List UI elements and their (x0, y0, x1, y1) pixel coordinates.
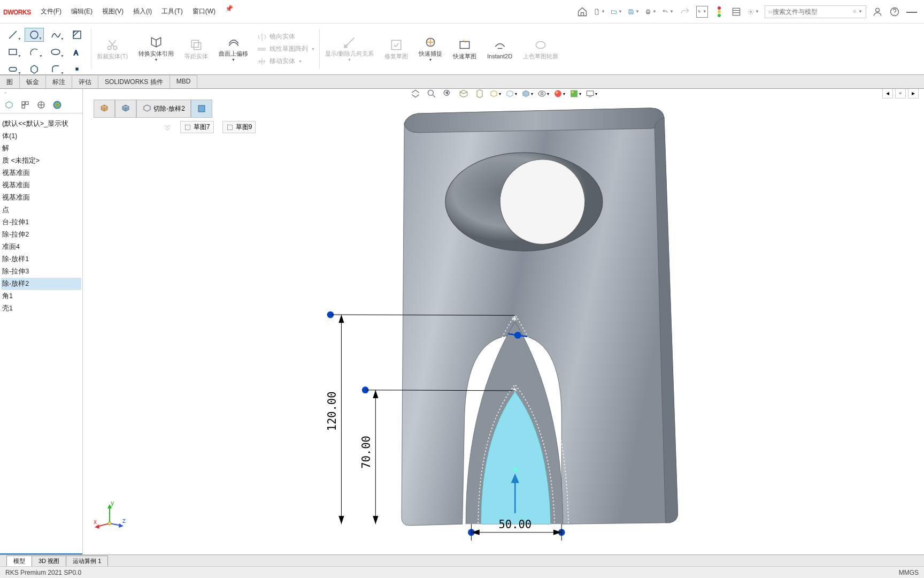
tree-body[interactable]: 体(1) (1, 130, 81, 142)
app-logo: DWORKS (0, 7, 37, 16)
feature-tree[interactable]: (默认<<默认>_显示状 体(1) 解 质 <未指定> 视基准面 视基准面 视基… (0, 113, 82, 319)
btab-motion[interactable]: 运动算例 1 (66, 556, 108, 566)
menu-window[interactable]: 窗口(W) (189, 5, 219, 18)
tree-root[interactable]: (默认<<默认>_显示状 (1, 118, 81, 130)
tree-loft1[interactable]: 除-放样1 (1, 253, 81, 265)
tree-shell[interactable]: 壳1 (1, 302, 81, 315)
point-tool[interactable] (67, 62, 87, 76)
redo-icon[interactable] (679, 6, 691, 18)
svg-point-59 (500, 159, 585, 245)
tab-addins[interactable]: SOLIDWORKS 插件 (98, 75, 170, 88)
tree-plane3[interactable]: 视基准面 (1, 192, 81, 204)
dim-70[interactable]: 70.00 (360, 436, 373, 469)
tab-annotate[interactable]: 标注 (46, 75, 72, 88)
svg-text:x: x (94, 518, 97, 526)
tab-evaluate[interactable]: 评估 (72, 75, 98, 88)
svg-point-7 (853, 10, 856, 12)
slot-tool[interactable]: ▼ (3, 62, 22, 76)
help-icon[interactable] (889, 6, 900, 18)
svg-point-17 (51, 49, 60, 55)
svg-text:A: A (74, 49, 78, 57)
save-icon[interactable]: ▼ (628, 6, 640, 18)
quick-sketch-group[interactable]: 快速草图 (448, 26, 482, 72)
svg-rect-28 (258, 48, 260, 50)
dim-120[interactable]: 120.00 (326, 392, 338, 431)
svg-rect-21 (76, 68, 78, 70)
btab-model[interactable]: 模型 (6, 556, 32, 566)
instant2d-group[interactable]: Instant2D (482, 26, 518, 72)
status-units[interactable]: MMGS (899, 569, 919, 576)
tree-n2[interactable]: 解 (1, 142, 81, 155)
mirror-item: 镜向实体 (258, 32, 315, 41)
svg-rect-19 (9, 67, 17, 71)
circle-tool[interactable]: ▼ (25, 28, 44, 42)
search-box[interactable]: ▼ (765, 5, 866, 18)
svg-point-64 (513, 467, 517, 471)
side-tab-config[interactable] (17, 97, 33, 112)
svg-line-15 (73, 31, 79, 36)
svg-point-9 (876, 8, 880, 12)
svg-marker-74 (373, 516, 378, 524)
settings-icon[interactable]: ▼ (748, 6, 759, 18)
menu-insert[interactable]: 插入(I) (130, 5, 155, 18)
tab-mbd[interactable]: MBD (170, 75, 198, 88)
svg-text:y: y (111, 501, 114, 507)
ellipse-tool[interactable]: ▼ (46, 45, 65, 59)
quick-snap-group[interactable]: 快速捕捉▼ (413, 26, 448, 72)
home-icon[interactable] (576, 6, 588, 18)
menu-file[interactable]: 文件(F) (37, 5, 65, 18)
tree-loft2[interactable]: 除-放样2 (1, 278, 81, 290)
hatch-tool[interactable] (67, 28, 87, 42)
convert-group[interactable]: 转换实体引用▼ (133, 26, 179, 72)
model-viewport[interactable]: ✶ ✶ 120.00 70.00 (83, 89, 924, 554)
dim-50[interactable]: 50.00 (499, 518, 532, 531)
form-icon[interactable] (730, 6, 742, 18)
line-tool[interactable]: ▼ (3, 28, 22, 42)
search-input[interactable] (773, 8, 853, 16)
new-icon[interactable]: ▼ (594, 6, 605, 18)
minimize-icon[interactable]: — (906, 6, 918, 18)
select-icon[interactable]: ▼ (696, 6, 708, 18)
tree-material[interactable]: 质 <未指定> (1, 155, 81, 167)
tree-fillet[interactable]: 角1 (1, 290, 81, 302)
tab-sheetmetal[interactable]: 钣金 (20, 75, 46, 88)
text-tool[interactable]: A (67, 45, 87, 59)
tree-cut2[interactable]: 除-拉伸2 (1, 229, 81, 241)
side-tab-display[interactable] (33, 97, 49, 112)
tree-plane1[interactable]: 视基准面 (1, 167, 81, 179)
btab-3dview[interactable]: 3D 视图 (32, 556, 66, 566)
orientation-triad[interactable]: y x z (94, 501, 126, 533)
color-sketch-group: 上色草图轮廓 (518, 26, 564, 72)
spline-tool[interactable]: ▼ (46, 28, 65, 42)
side-tab-assembly[interactable] (1, 97, 17, 112)
tree-plane2[interactable]: 视基准面 (1, 179, 81, 192)
surface-offset-group[interactable]: 曲面上偏移▼ (213, 26, 253, 72)
linear-pattern-item: 线性草图阵列▼ (258, 44, 315, 54)
tab-tu[interactable]: 图 (0, 75, 20, 88)
arc-tool[interactable]: ▼ (25, 45, 44, 59)
menu-view[interactable]: 视图(V) (99, 5, 127, 18)
tree-cut3[interactable]: 除-拉伸3 (1, 265, 81, 278)
svg-rect-33 (391, 40, 401, 49)
svg-rect-1 (647, 9, 649, 11)
traffic-light-icon[interactable] (713, 6, 725, 18)
tree-origin[interactable]: 点 (1, 204, 81, 216)
undo-icon[interactable]: ▼ (662, 6, 674, 18)
offset-entities-group: 等距实体 (179, 26, 213, 72)
menu-tools[interactable]: 工具(T) (158, 5, 186, 18)
svg-text:✶: ✶ (511, 385, 518, 394)
svg-point-6 (750, 11, 752, 12)
user-icon[interactable] (872, 6, 883, 18)
show-relations-group: 显示/删除几何关系▼ (320, 26, 379, 72)
side-tab-appearance[interactable] (49, 97, 65, 112)
rectangle-tool[interactable]: ▼ (3, 45, 22, 59)
menu-edit[interactable]: 编辑(E) (68, 5, 96, 18)
tree-extrude1[interactable]: 台-拉伸1 (1, 216, 81, 229)
print-icon[interactable]: ▼ (645, 6, 657, 18)
fillet-tool[interactable]: ▼ (46, 62, 65, 76)
tree-plane4[interactable]: 准面4 (1, 241, 81, 253)
pin-icon[interactable]: 📌 (225, 5, 233, 18)
open-icon[interactable]: ▼ (611, 6, 622, 18)
polygon-tool[interactable] (25, 62, 44, 76)
panel-dot: ◦ (4, 89, 6, 96)
